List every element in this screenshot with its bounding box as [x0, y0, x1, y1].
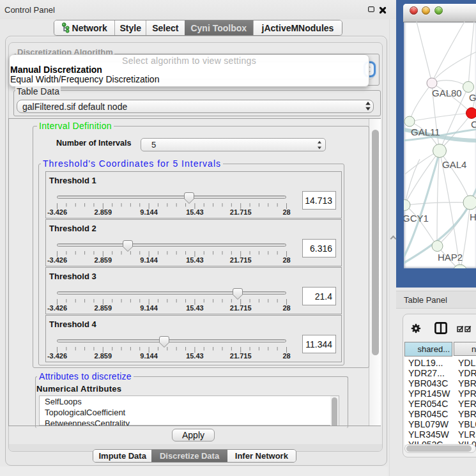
- svg-text:GAL11: GAL11: [411, 127, 440, 137]
- svg-text:GCY1: GCY1: [404, 213, 429, 224]
- svg-text:C: C: [471, 119, 476, 130]
- svg-text:GAL4: GAL4: [442, 159, 466, 170]
- svg-text:GA: GA: [469, 92, 476, 103]
- svg-text:GAL80: GAL80: [432, 88, 462, 98]
- svg-text:H: H: [470, 211, 476, 222]
- svg-text:HAP2: HAP2: [438, 252, 463, 263]
